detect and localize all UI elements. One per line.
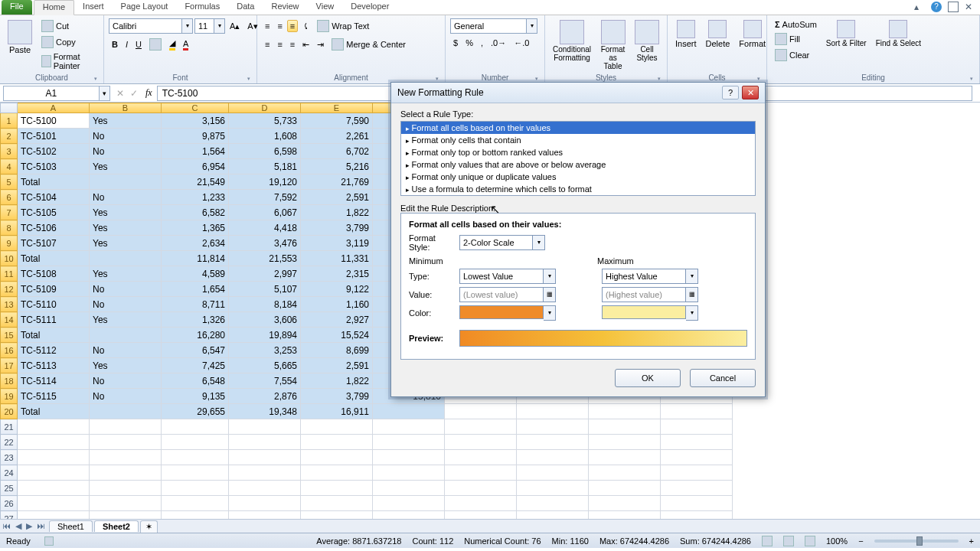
cell[interactable]: Total	[18, 251, 90, 266]
dialog-close-button[interactable]: ✕	[742, 86, 759, 99]
cell[interactable]	[373, 450, 445, 465]
cell[interactable]: 19,348	[229, 404, 301, 419]
cell[interactable]	[90, 174, 162, 190]
cell[interactable]: 2,591	[301, 358, 373, 373]
cell[interactable]	[18, 419, 90, 435]
cell[interactable]: 2,315	[301, 266, 373, 282]
row-header[interactable]: 19	[1, 389, 18, 404]
comma-button[interactable]: ,	[478, 37, 486, 49]
underline-button[interactable]: U	[132, 38, 145, 51]
fill-button[interactable]: Fill	[772, 31, 820, 47]
sheet-tab-2[interactable]: Sheet2	[94, 520, 139, 532]
cell[interactable]	[90, 435, 162, 450]
min-color-swatch[interactable]	[459, 305, 544, 319]
cell[interactable]: 6,954	[162, 159, 229, 174]
tab-home[interactable]: Home	[34, 0, 74, 15]
cell[interactable]	[589, 419, 661, 435]
row-header[interactable]: 3	[1, 144, 18, 159]
rule-type-list[interactable]: Format all cells based on their valuesFo…	[400, 121, 756, 196]
font-color-button[interactable]: A	[180, 37, 191, 52]
ok-button[interactable]: OK	[615, 369, 681, 387]
column-header[interactable]: A	[18, 103, 90, 113]
cell[interactable]: 2,997	[229, 266, 301, 282]
cell[interactable]: 1,822	[301, 205, 373, 220]
align-left-button[interactable]: ≡	[262, 38, 273, 51]
row-header[interactable]: 12	[1, 282, 18, 297]
sort-filter-button[interactable]: Sort & Filter	[823, 18, 870, 49]
align-center-button[interactable]: ≡	[274, 38, 285, 51]
cell[interactable]: 1,564	[162, 144, 229, 159]
cell[interactable]: 21,769	[301, 174, 373, 190]
cell[interactable]	[229, 435, 301, 450]
name-box[interactable]: ▾	[3, 86, 110, 101]
cell[interactable]	[18, 435, 90, 450]
insert-cells-button[interactable]: Insert	[672, 18, 700, 50]
cell[interactable]: 3,253	[229, 343, 301, 358]
cell[interactable]	[517, 496, 589, 511]
cell[interactable]: 9,135	[162, 389, 229, 404]
format-as-table-button[interactable]: Format as Table	[597, 18, 629, 72]
cell[interactable]: 6,598	[229, 144, 301, 159]
cell[interactable]	[18, 450, 90, 465]
cell[interactable]: No	[90, 129, 162, 144]
sheet-tab-1[interactable]: Sheet1	[49, 520, 93, 532]
rule-type-item[interactable]: Format all cells based on their values	[401, 122, 755, 134]
cell[interactable]	[301, 450, 373, 465]
cell[interactable]: 8,184	[229, 297, 301, 312]
cell[interactable]	[445, 496, 517, 511]
rule-type-item[interactable]: Format only unique or duplicate values	[401, 171, 755, 183]
row-header[interactable]: 20	[1, 404, 18, 419]
cell[interactable]: No	[90, 282, 162, 297]
cell[interactable]: TC-5105	[18, 205, 90, 220]
cell[interactable]: TC-5112	[18, 343, 90, 358]
cell[interactable]: 3,476	[229, 236, 301, 251]
currency-button[interactable]: $	[450, 37, 461, 49]
cell[interactable]: TC-5115	[18, 389, 90, 404]
format-painter-button[interactable]: Format Painter	[38, 51, 99, 72]
row-header[interactable]: 1	[1, 113, 18, 129]
cell[interactable]	[90, 251, 162, 266]
cell[interactable]: TC-5103	[18, 159, 90, 174]
row-header[interactable]: 17	[1, 358, 18, 373]
row-header[interactable]: 26	[1, 496, 18, 511]
cell[interactable]: 5,733	[229, 113, 301, 129]
cell[interactable]: 7,590	[301, 113, 373, 129]
cell[interactable]: 7,554	[229, 373, 301, 389]
cell[interactable]	[301, 496, 373, 511]
cell[interactable]: TC-5107	[18, 236, 90, 251]
cell[interactable]: 5,181	[229, 159, 301, 174]
max-type-combo[interactable]	[602, 269, 686, 284]
minimize-ribbon-icon[interactable]: ▴	[914, 2, 925, 12]
cell[interactable]	[589, 450, 661, 465]
conditional-formatting-button[interactable]: Conditional Formatting	[550, 18, 594, 64]
cell[interactable]: Total	[18, 404, 90, 419]
number-format-combo[interactable]	[450, 18, 527, 34]
cell[interactable]	[229, 450, 301, 465]
cell[interactable]	[162, 496, 229, 511]
orientation-button[interactable]: ⤹	[299, 20, 312, 33]
tab-data[interactable]: Data	[228, 0, 263, 15]
help-icon[interactable]: ?	[931, 2, 942, 12]
fill-color-button[interactable]: ◢	[166, 37, 178, 52]
cell[interactable]	[373, 511, 445, 520]
indent-inc-button[interactable]: ⇥	[314, 38, 327, 51]
row-header[interactable]: 8	[1, 220, 18, 236]
row-header[interactable]: 5	[1, 174, 18, 190]
cell[interactable]: TC-5102	[18, 144, 90, 159]
cell[interactable]: 6,548	[162, 373, 229, 389]
cell[interactable]	[229, 496, 301, 511]
cell-styles-button[interactable]: Cell Styles	[632, 18, 662, 64]
cell[interactable]: 1,822	[301, 373, 373, 389]
zoom-level[interactable]: 100%	[826, 536, 848, 546]
row-header[interactable]: 18	[1, 373, 18, 389]
max-value-input[interactable]	[602, 287, 686, 302]
cell[interactable]	[301, 481, 373, 496]
cell[interactable]	[18, 496, 90, 511]
column-header[interactable]: E	[301, 103, 373, 113]
cell[interactable]: 6,582	[162, 205, 229, 220]
cell[interactable]	[589, 511, 661, 520]
cell[interactable]	[18, 511, 90, 520]
inc-decimal-button[interactable]: .0→	[488, 37, 509, 49]
cell[interactable]: No	[90, 297, 162, 312]
bold-button[interactable]: B	[109, 38, 121, 51]
